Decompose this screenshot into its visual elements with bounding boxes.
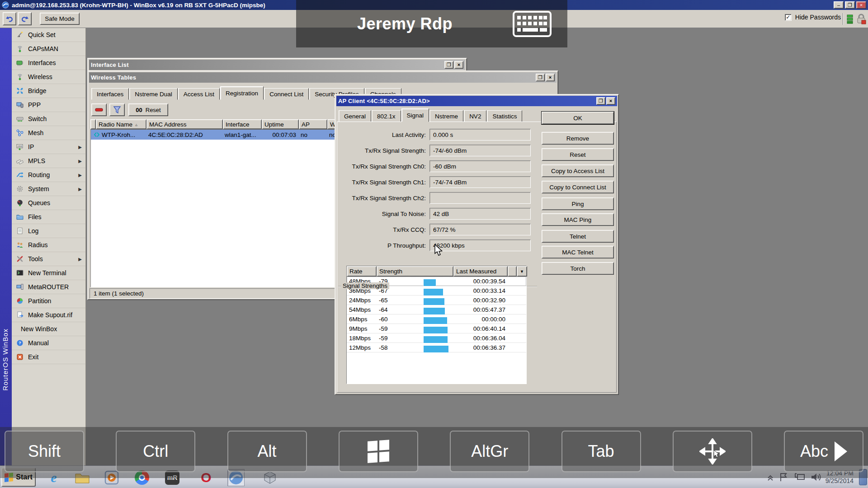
hide-passwords-checkbox[interactable]: ✓	[785, 14, 792, 21]
sidebar-item-exit[interactable]: Exit	[12, 350, 85, 364]
sidebar-item-tools[interactable]: Tools▶	[12, 252, 85, 266]
close-button[interactable]: ×	[856, 1, 866, 9]
sidebar-item-system[interactable]: System▶	[12, 182, 85, 196]
close-button[interactable]: ×	[606, 97, 615, 105]
mac-telnet-button[interactable]: MAC Telnet	[542, 246, 614, 258]
torch-button[interactable]: Torch	[542, 262, 614, 275]
virtual-key-win-logo[interactable]	[339, 431, 418, 472]
sidebar-item-routing[interactable]: Routing▶	[12, 168, 85, 182]
signal-strength-row[interactable]: 18Mbps-5900:06:36.04	[347, 333, 526, 343]
sidebar-item-partition[interactable]: Partition	[12, 294, 85, 308]
rate-cell: 9Mbps	[347, 325, 377, 332]
sidebar-item-files[interactable]: Files	[12, 210, 85, 224]
remove-button[interactable]: Remove	[542, 132, 614, 145]
close-button[interactable]: ×	[546, 74, 555, 81]
keyboard-icon[interactable]	[513, 11, 552, 37]
wireless-tab-access-list[interactable]: Access List	[178, 88, 220, 100]
reset-button[interactable]: 00 Reset	[128, 103, 168, 116]
field-value[interactable]: 0.000 s	[429, 129, 531, 141]
sidebar-item-new-terminal[interactable]: New Terminal	[12, 266, 85, 280]
ap-client-tab-nv2[interactable]: NV2	[464, 110, 486, 122]
ap-client-tab-signal[interactable]: Signal	[401, 108, 429, 122]
reset-button[interactable]: Reset	[542, 148, 614, 161]
field-value[interactable]: 42 dB	[429, 208, 531, 220]
sidebar-item-ppp[interactable]: PPP	[12, 98, 85, 112]
signal-strength-row[interactable]: 24Mbps-6500:00:32.90	[347, 296, 526, 305]
maximize-button[interactable]: ❐	[845, 1, 855, 9]
ap-client-tab-802-1x[interactable]: 802.1x	[372, 110, 401, 122]
ap-client-tab-statistics[interactable]: Statistics	[487, 110, 522, 122]
ap-client-tab-general[interactable]: General	[339, 110, 371, 122]
sidebar-item-ip[interactable]: 255IP▶	[12, 140, 85, 154]
virtual-key-altgr[interactable]: AltGr	[450, 431, 529, 472]
maximize-button[interactable]: ❐	[536, 74, 545, 81]
column-header-ap[interactable]: AP	[299, 119, 327, 129]
sidebar-item-mesh[interactable]: Mesh	[12, 126, 85, 140]
winbox-logo-icon	[2, 1, 9, 9]
column-header-uptime[interactable]: Uptime	[262, 119, 299, 129]
signal-strength-row[interactable]: 9Mbps-5900:06:40.14	[347, 324, 526, 333]
sidebar-item-make-supout-rif[interactable]: Make Supout.rif	[12, 308, 85, 322]
sidebar-item-quick-set[interactable]: Quick Set	[12, 28, 85, 42]
mac-ping-button[interactable]: MAC Ping	[542, 213, 614, 226]
field-value[interactable]: -60 dBm	[429, 160, 531, 172]
ss-column-header-last-measured[interactable]: Last Measured	[453, 266, 508, 277]
ping-button[interactable]: Ping	[542, 197, 614, 210]
sidebar-item-mpls[interactable]: MPLS▶	[12, 154, 85, 168]
signal-strength-row[interactable]: 54Mbps-6400:05:47.37	[347, 305, 526, 314]
sidebar-item-capsman[interactable]: CAPsMAN	[12, 42, 85, 56]
ss-column-header-strength[interactable]: Strength	[377, 266, 453, 277]
telnet-button[interactable]: Telnet	[542, 230, 614, 243]
minimize-button[interactable]: –	[834, 1, 844, 9]
maximize-button[interactable]: ❐	[596, 97, 605, 105]
safe-mode-button[interactable]: Safe Mode	[40, 13, 80, 25]
copy-to-connect-list-button[interactable]: Copy to Connect List	[542, 181, 614, 193]
sidebar-item-metarouter[interactable]: MetaROUTER	[12, 280, 85, 294]
sidebar-item-new-winbox[interactable]: New WinBox	[12, 322, 85, 336]
field-value[interactable]: 67/72 %	[429, 224, 531, 235]
field-value[interactable]: -74/-60 dBm	[429, 145, 531, 156]
wireless-tab-connect-list[interactable]: Connect List	[264, 88, 309, 100]
virtual-key-tab[interactable]: Tab	[561, 431, 641, 472]
sidebar-item-manual[interactable]: ?Manual	[12, 336, 85, 350]
virtual-key-move-icon[interactable]	[673, 431, 752, 472]
ss-column-header-rate[interactable]: Rate	[347, 266, 377, 277]
virtual-key-alt[interactable]: Alt	[227, 431, 307, 472]
column-header-interface[interactable]: Interface	[223, 119, 262, 129]
sidebar-item-interfaces[interactable]: Interfaces	[12, 56, 85, 70]
sidebar-item-switch[interactable]: Switch	[12, 112, 85, 126]
maximize-button[interactable]: ❐	[444, 61, 453, 69]
field-label: Tx/Rx Signal Strength Ch0:	[342, 163, 426, 170]
ok-button[interactable]: OK	[542, 112, 614, 124]
ap-client-tab-nstreme[interactable]: Nstreme	[429, 110, 463, 122]
column-header-mac-address[interactable]: MAC Address	[146, 119, 223, 129]
sidebar-item-label: Queues	[28, 199, 50, 206]
wireless-tab-interfaces[interactable]: Interfaces	[91, 88, 129, 100]
signal-strength-row[interactable]: 12Mbps-5800:06:36.37	[347, 343, 526, 352]
sidebar-item-wireless[interactable]: Wireless	[12, 70, 85, 84]
wireless-tab-nstreme-dual[interactable]: Nstreme Dual	[129, 88, 178, 100]
filter-button[interactable]	[109, 103, 125, 116]
field-value[interactable]: -74/-74 dBm	[429, 176, 531, 188]
move-arrows-icon	[699, 438, 726, 465]
sidebar-item-queues[interactable]: Queues	[12, 196, 85, 210]
virtual-key-ctrl[interactable]: Ctrl	[116, 431, 195, 472]
queues-icon	[16, 199, 24, 206]
wireless-tab-registration[interactable]: Registration	[220, 86, 264, 100]
copy-to-access-list-button[interactable]: Copy to Access List	[542, 164, 614, 177]
remove-button[interactable]	[91, 103, 107, 116]
sidebar-item-radius[interactable]: Radius	[12, 238, 85, 252]
redo-button[interactable]	[18, 12, 32, 25]
virtual-key-shift[interactable]: Shift	[5, 431, 84, 472]
signal-strength-row[interactable]: 6Mbps-6000:00:00	[347, 314, 526, 324]
strength-cell: -59	[377, 335, 453, 342]
close-button[interactable]: ×	[454, 61, 463, 69]
column-header-radio-name[interactable]: Radio Name ▵	[96, 119, 146, 129]
undo-button[interactable]	[3, 12, 16, 25]
sidebar-item-log[interactable]: Log	[12, 224, 85, 238]
field-value[interactable]	[429, 192, 531, 204]
sidebar-item-bridge[interactable]: Bridge	[12, 84, 85, 98]
column-selector-dropdown[interactable]: ▼	[517, 266, 527, 277]
virtual-key-abc[interactable]: Abc	[784, 431, 863, 472]
last-measured-cell: 00:00:33.14	[453, 287, 508, 294]
